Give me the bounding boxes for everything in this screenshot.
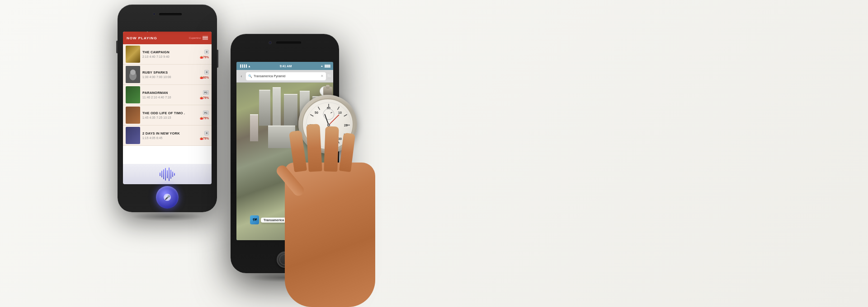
phone2-speaker: [276, 42, 301, 44]
status-left: ▐▐▐▐ ▲: [239, 65, 251, 68]
finger-2: [306, 124, 322, 172]
movie-thumb-ruby: [126, 66, 140, 83]
tabs-button[interactable]: ⬜: [327, 74, 331, 78]
svg-line-6: [344, 115, 347, 116]
movie-info-campaign: THE CAMPAIGN 2:10 4:40 7:10 9:40: [142, 50, 198, 58]
hand-shape: [285, 126, 375, 307]
movie-times-paranorman: 11:40 2:10 4:40 7:10: [142, 96, 198, 99]
movie-rating-campaign: R: [204, 50, 209, 54]
movie-info-paranorman: PARANORMAN 11:40 2:10 4:40 7:10: [142, 91, 198, 99]
phone2-top-area: [269, 41, 301, 44]
battery-icon: ▓▓▓: [325, 65, 330, 67]
signal-icon: ▐▐▐▐: [239, 65, 247, 67]
movie-meta-timo: PG 79%: [200, 111, 209, 120]
finger-1: [289, 130, 307, 172]
movie-times-ruby: 1:30 4:00 7:00 10:00: [142, 75, 198, 79]
movie-score-2days: 79%: [200, 137, 209, 140]
stopwatch-crown: [323, 87, 332, 96]
movie-meta-campaign: R 79%: [200, 50, 209, 59]
siri-wave: [123, 164, 212, 184]
hamburger-icon[interactable]: [203, 36, 208, 40]
movie-rating-timo: PG: [203, 111, 209, 115]
phone1-shadow: [131, 212, 203, 221]
movie-times-timo: 1:45 4:35 7:25 10:15: [142, 116, 198, 119]
movie-meta-2days: R 79%: [200, 131, 209, 140]
movie-thumb-timo: [126, 107, 140, 124]
svg-point-29: [328, 125, 330, 126]
list-item[interactable]: PARANORMAN 11:40 2:10 4:40 7:10 PG 79%: [123, 85, 212, 105]
clear-icon[interactable]: ✕: [321, 74, 324, 78]
phone1-camera: [153, 13, 156, 15]
movie-times-2days: 1:15 4:05 6:45: [142, 136, 198, 140]
movie-title-paranorman: PARANORMAN: [142, 91, 198, 95]
movie-meta-ruby: R 80%: [200, 70, 209, 79]
movie-thumb-campaign: [126, 46, 140, 63]
movie-title-2days: 2 DAYS IN NEW YORK: [142, 131, 198, 135]
movie-title-ruby: RUBY SPARKS: [142, 70, 198, 74]
maps-app-icon: 🗺: [250, 215, 259, 224]
phone1: I found quite a few movies that are play…: [118, 5, 217, 212]
back-button[interactable]: ‹: [238, 73, 245, 79]
now-playing-subtitle: Cupertino: [189, 37, 201, 39]
phone1-screen: I found quite a few movies that are play…: [123, 32, 212, 184]
search-icon: 🔍: [248, 74, 252, 78]
svg-line-25: [330, 112, 332, 113]
svg-line-5: [338, 107, 340, 110]
palm: [285, 163, 375, 307]
status-bar: ▐▐▐▐ ▲ 9:41 AM ▲ ▓▓▓: [236, 62, 333, 70]
siri-button[interactable]: 🎤: [156, 186, 179, 209]
siri-wave-visual: [160, 167, 175, 181]
list-item[interactable]: 2 DAYS IN NEW YORK 1:15 4:05 6:45 R 79%: [123, 126, 212, 146]
phone2-camera: [269, 41, 272, 44]
status-right: ▲ ▓▓▓: [321, 65, 330, 67]
siri-mic-icon: 🎤: [164, 194, 171, 201]
wifi-icon: ▲: [248, 65, 251, 68]
phone1-top-area: [153, 13, 182, 15]
list-item[interactable]: THE CAMPAIGN 2:10 4:40 7:10 9:40 R 79%: [123, 44, 212, 65]
movie-score-paranorman: 79%: [200, 96, 209, 99]
svg-text:50: 50: [315, 111, 318, 114]
movie-thumb-paranorman: [126, 86, 140, 103]
hand-stopwatch: 60 10 20 30 40 50 60 50: [271, 90, 398, 307]
movie-rating-ruby: R: [204, 70, 209, 74]
movie-meta-paranorman: PG 79%: [200, 90, 209, 99]
movie-title-timo: THE ODD LIFE OF TIMO .: [142, 111, 198, 115]
location-icon: ▲: [321, 65, 323, 67]
scene: I found quite a few movies that are play…: [0, 0, 868, 307]
svg-point-2: [130, 70, 136, 75]
phone1-speaker: [159, 13, 182, 15]
movie-title-campaign: THE CAMPAIGN: [142, 50, 198, 54]
now-playing-title: NOW PLAYING: [127, 36, 157, 40]
movie-rating-paranorman: PG: [203, 90, 209, 95]
movie-times-campaign: 2:10 4:40 7:10 9:40: [142, 55, 198, 58]
svg-text:10: 10: [338, 111, 342, 114]
movie-thumb-2days: [126, 127, 140, 144]
movie-info-ruby: RUBY SPARKS 1:30 4:00 7:00 10:00: [142, 70, 198, 79]
movie-score-campaign: 79%: [200, 56, 209, 59]
building-7: [250, 114, 258, 141]
movie-rating-2days: R: [204, 131, 209, 135]
movie-list: THE CAMPAIGN 2:10 4:40 7:10 9:40 R 79%: [123, 44, 212, 146]
phone1-body: I found quite a few movies that are play…: [118, 5, 217, 212]
finger-3: [324, 126, 339, 172]
finger-4: [339, 133, 355, 172]
browser-search-input[interactable]: 🔍 Transamerica Pyramid ✕: [246, 72, 326, 80]
browser-url-text: Transamerica Pyramid: [254, 74, 319, 78]
movie-score-timo: 79%: [200, 116, 209, 120]
list-item[interactable]: RUBY SPARKS 1:30 4:00 7:00 10:00 R 80%: [123, 65, 212, 85]
now-playing-bar: NOW PLAYING Cupertino: [123, 32, 212, 44]
svg-line-14: [310, 115, 313, 116]
browser-bar: ‹ 🔍 Transamerica Pyramid ✕ ⬜: [236, 70, 333, 83]
svg-line-15: [318, 107, 320, 110]
list-item[interactable]: THE ODD LIFE OF TIMO . 1:45 4:35 7:25 10…: [123, 105, 212, 126]
svg-text:60: 60: [327, 107, 330, 110]
now-playing-right: Cupertino: [189, 36, 208, 40]
building-1: [259, 90, 270, 126]
movie-info-2days: 2 DAYS IN NEW YORK 1:15 4:05 6:45: [142, 131, 198, 140]
status-time: 9:41 AM: [280, 65, 292, 68]
movie-info-timo: THE ODD LIFE OF TIMO . 1:45 4:35 7:25 10…: [142, 111, 198, 119]
movie-score-ruby: 80%: [200, 76, 209, 79]
